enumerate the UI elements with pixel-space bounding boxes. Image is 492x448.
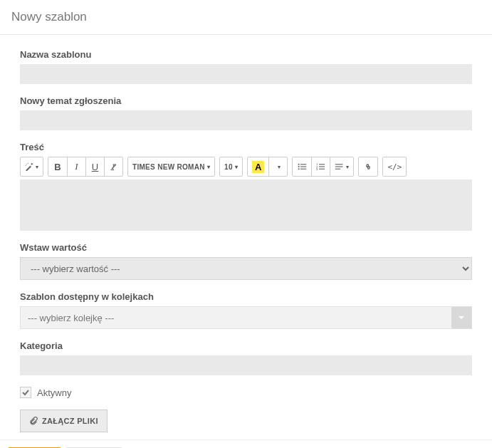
insert-value-select[interactable]: --- wybierz wartość ---	[20, 257, 472, 280]
paragraph-dropdown[interactable]: ▾	[330, 157, 353, 176]
svg-point-0	[26, 164, 27, 165]
insert-value-label: Wstaw wartość	[20, 242, 472, 253]
page-title: Nowy szablon	[0, 0, 492, 35]
category-label: Kategoria	[20, 340, 472, 351]
content-label: Treść	[20, 142, 472, 152]
clear-format-button[interactable]	[104, 157, 122, 176]
svg-rect-15	[335, 164, 343, 165]
queue-placeholder: --- wybierz kolejkę ---	[21, 313, 451, 323]
content-editor[interactable]	[20, 179, 472, 231]
template-name-input[interactable]	[20, 64, 472, 84]
svg-rect-7	[300, 166, 306, 167]
svg-point-3	[298, 164, 300, 165]
subject-input[interactable]	[20, 110, 472, 130]
font-color-button[interactable]: A	[248, 157, 268, 176]
svg-text:3: 3	[316, 167, 318, 171]
queue-label: Szablon dostępny w kolejkach	[20, 291, 472, 302]
svg-rect-12	[320, 164, 325, 165]
svg-point-4	[298, 166, 300, 167]
check-icon	[21, 388, 30, 397]
font-family-dropdown[interactable]: TIMES NEW ROMAN ▾	[128, 157, 214, 176]
font-size-dropdown[interactable]: 10 ▾	[220, 157, 242, 176]
font-family-value: TIMES NEW ROMAN	[132, 163, 205, 171]
subject-label: Nowy temat zgłoszenia	[20, 95, 472, 106]
svg-rect-14	[320, 169, 325, 170]
queue-select[interactable]: --- wybierz kolejkę ---	[20, 306, 472, 329]
active-checkbox[interactable]	[20, 387, 31, 398]
bold-button[interactable]: B	[48, 157, 67, 176]
attach-files-button[interactable]: ZAŁĄCZ PLIKI	[20, 410, 108, 432]
underline-button[interactable]: U	[85, 157, 104, 176]
paperclip-icon	[29, 417, 38, 425]
svg-rect-16	[335, 166, 343, 167]
font-size-value: 10	[224, 163, 233, 171]
svg-rect-8	[300, 169, 306, 170]
font-color-more-button[interactable]: ▾	[268, 157, 287, 176]
svg-point-2	[26, 165, 26, 166]
active-label: Aktywny	[37, 387, 71, 398]
svg-rect-13	[320, 166, 325, 167]
editor-toolbar: ▾ B I U TIMES NEW ROMAN ▾ 10	[20, 157, 472, 177]
unordered-list-button[interactable]	[293, 157, 311, 176]
link-button[interactable]	[359, 157, 377, 176]
category-input[interactable]	[20, 355, 472, 375]
template-name-label: Nazwa szablonu	[20, 49, 472, 60]
svg-rect-6	[300, 164, 306, 165]
ordered-list-button[interactable]: 123	[311, 157, 330, 176]
chevron-down-icon[interactable]	[451, 307, 471, 328]
attach-files-label: ZAŁĄCZ PLIKI	[42, 417, 98, 425]
code-view-button[interactable]: </>	[383, 157, 406, 176]
italic-button[interactable]: I	[67, 157, 85, 176]
svg-rect-17	[335, 169, 340, 170]
svg-point-1	[28, 163, 28, 164]
svg-point-5	[298, 168, 300, 170]
magic-icon[interactable]: ▾	[21, 157, 43, 176]
